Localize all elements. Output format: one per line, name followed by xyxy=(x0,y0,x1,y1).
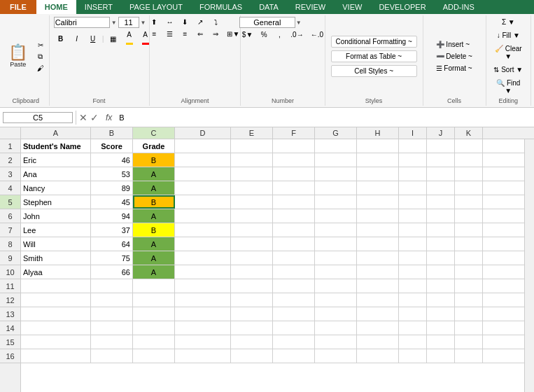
cell-r5-c8[interactable] xyxy=(399,195,427,209)
cell-r15-c7[interactable] xyxy=(357,335,399,349)
cell-r5-c5[interactable] xyxy=(273,195,315,209)
align-center-button[interactable]: ☰ xyxy=(162,29,176,39)
row-header-11[interactable]: 11 xyxy=(0,279,20,293)
underline-button[interactable]: U xyxy=(86,34,100,44)
cell-r9-c6[interactable] xyxy=(315,251,357,265)
cell-r5-c3[interactable] xyxy=(175,195,231,209)
cell-r9-c8[interactable] xyxy=(399,251,427,265)
cell-r5-c0[interactable]: Stephen xyxy=(21,195,91,209)
cell-r10-c5[interactable] xyxy=(273,265,315,279)
file-tab[interactable]: FILE xyxy=(0,0,36,14)
clear-button[interactable]: 🧹 Clear ▼ xyxy=(491,43,526,62)
cell-r4-c9[interactable] xyxy=(427,181,455,195)
cell-r4-c2[interactable]: A xyxy=(133,181,175,195)
cell-r10-c3[interactable] xyxy=(175,265,231,279)
col-header-f[interactable]: F xyxy=(273,127,315,139)
tab-data[interactable]: DATA xyxy=(251,0,287,14)
tab-view[interactable]: VIEW xyxy=(334,0,370,14)
cut-button[interactable]: ✂ xyxy=(34,40,48,50)
increase-decimal-button[interactable]: .0→ xyxy=(288,29,306,40)
cell-r16-c10[interactable] xyxy=(455,349,483,363)
cell-r9-c0[interactable]: Smith xyxy=(21,251,91,265)
cell-r5-c9[interactable] xyxy=(427,195,455,209)
sort-filter-button[interactable]: ⇅ Sort ▼ xyxy=(491,64,526,75)
cell-r9-c2[interactable]: A xyxy=(133,251,175,265)
cell-r5-c2[interactable]: B xyxy=(133,195,175,209)
cell-r1-c2[interactable]: Grade xyxy=(133,139,175,153)
cell-r4-c3[interactable] xyxy=(175,181,231,195)
fill-button[interactable]: ↓ Fill ▼ xyxy=(494,30,523,41)
cell-r8-c8[interactable] xyxy=(399,237,427,251)
cell-r6-c9[interactable] xyxy=(427,209,455,223)
cell-r12-c5[interactable] xyxy=(273,293,315,307)
row-header-9[interactable]: 9 xyxy=(0,251,20,265)
row-header-7[interactable]: 7 xyxy=(0,223,20,237)
cell-r3-c3[interactable] xyxy=(175,167,231,181)
cell-r2-c0[interactable]: Eric xyxy=(21,153,91,167)
cancel-icon[interactable]: ✕ xyxy=(79,112,87,123)
format-painter-button[interactable]: 🖌 xyxy=(34,63,48,74)
tab-add-ins[interactable]: ADD-INS xyxy=(435,0,483,14)
cell-r15-c10[interactable] xyxy=(455,335,483,349)
cell-r4-c0[interactable]: Nancy xyxy=(21,181,91,195)
cell-r14-c8[interactable] xyxy=(399,321,427,335)
cell-r6-c10[interactable] xyxy=(455,209,483,223)
cell-r9-c1[interactable]: 75 xyxy=(91,251,133,265)
row-header-12[interactable]: 12 xyxy=(0,293,20,307)
cell-r11-c8[interactable] xyxy=(399,279,427,293)
col-header-i[interactable]: I xyxy=(399,127,427,139)
copy-button[interactable]: ⧉ xyxy=(34,51,48,62)
cell-r11-c2[interactable] xyxy=(133,279,175,293)
cell-r2-c5[interactable] xyxy=(273,153,315,167)
row-header-1[interactable]: 1 xyxy=(0,139,20,153)
insert-button[interactable]: ➕ Insert ~ xyxy=(432,39,477,50)
cell-r11-c5[interactable] xyxy=(273,279,315,293)
cell-r8-c1[interactable]: 64 xyxy=(91,237,133,251)
cell-r16-c1[interactable] xyxy=(91,349,133,363)
cell-r8-c4[interactable] xyxy=(231,237,273,251)
cell-r12-c6[interactable] xyxy=(315,293,357,307)
cell-r6-c2[interactable]: A xyxy=(133,209,175,223)
font-name-dropdown[interactable]: ▼ xyxy=(111,20,117,26)
cell-r8-c6[interactable] xyxy=(315,237,357,251)
cell-r14-c6[interactable] xyxy=(315,321,357,335)
col-header-k[interactable]: K xyxy=(455,127,483,139)
cell-r8-c3[interactable] xyxy=(175,237,231,251)
col-header-h[interactable]: H xyxy=(357,127,399,139)
cell-r9-c4[interactable] xyxy=(231,251,273,265)
text-orientation-button[interactable]: ↗ xyxy=(193,17,207,27)
cell-r10-c0[interactable]: Alyaa xyxy=(21,265,91,279)
cell-r15-c9[interactable] xyxy=(427,335,455,349)
delete-button[interactable]: ➖ Delete ~ xyxy=(432,51,477,62)
cell-r4-c1[interactable]: 89 xyxy=(91,181,133,195)
cell-r8-c10[interactable] xyxy=(455,237,483,251)
col-header-a[interactable]: A xyxy=(21,127,91,139)
cell-r2-c6[interactable] xyxy=(315,153,357,167)
name-box[interactable] xyxy=(3,112,73,123)
cell-r7-c10[interactable] xyxy=(455,223,483,237)
cell-r12-c7[interactable] xyxy=(357,293,399,307)
cell-r13-c1[interactable] xyxy=(91,307,133,321)
cell-r1-c8[interactable] xyxy=(399,139,427,153)
row-header-10[interactable]: 10 xyxy=(0,265,20,279)
row-header-3[interactable]: 3 xyxy=(0,167,20,181)
cell-r1-c10[interactable] xyxy=(455,139,483,153)
cell-r9-c5[interactable] xyxy=(273,251,315,265)
cell-r14-c2[interactable] xyxy=(133,321,175,335)
cell-r1-c1[interactable]: Score xyxy=(91,139,133,153)
cell-r7-c9[interactable] xyxy=(427,223,455,237)
cell-r9-c7[interactable] xyxy=(357,251,399,265)
row-header-8[interactable]: 8 xyxy=(0,237,20,251)
cell-r11-c0[interactable] xyxy=(21,279,91,293)
cell-r4-c5[interactable] xyxy=(273,181,315,195)
cell-r2-c3[interactable] xyxy=(175,153,231,167)
cell-r2-c8[interactable] xyxy=(399,153,427,167)
row-header-6[interactable]: 6 xyxy=(0,209,20,223)
cell-r16-c2[interactable] xyxy=(133,349,175,363)
col-header-d[interactable]: D xyxy=(175,127,231,139)
row-header-13[interactable]: 13 xyxy=(0,307,20,321)
cell-r3-c5[interactable] xyxy=(273,167,315,181)
cell-r2-c4[interactable] xyxy=(231,153,273,167)
tab-formulas[interactable]: FORMULAS xyxy=(191,0,251,14)
cell-r16-c3[interactable] xyxy=(175,349,231,363)
